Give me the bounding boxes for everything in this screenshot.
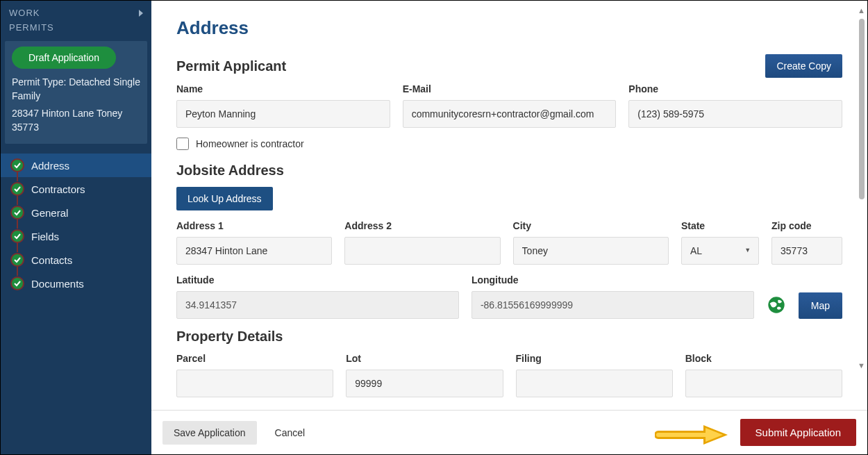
state-label: State — [681, 220, 759, 231]
phone-label: Phone — [628, 83, 842, 94]
parcel-label: Parcel — [176, 353, 333, 364]
step-label: Address — [31, 160, 69, 172]
main-content: ▲ Address Permit Applicant Create Copy N… — [151, 1, 867, 454]
submit-application-button[interactable]: Submit Application — [740, 419, 856, 446]
step-documents[interactable]: Documents — [1, 272, 151, 295]
parcel-input[interactable] — [176, 370, 333, 397]
lot-input[interactable] — [346, 370, 503, 397]
addr1-input[interactable] — [176, 237, 332, 265]
lat-input[interactable] — [176, 291, 459, 319]
check-circle-icon — [10, 253, 24, 267]
check-circle-icon — [10, 158, 24, 172]
sidebar-header: WORK PERMITS — [1, 1, 151, 37]
map-button[interactable]: Map — [799, 292, 842, 319]
zip-input[interactable] — [771, 237, 842, 265]
name-input[interactable] — [176, 100, 390, 128]
steps-nav: Address Contractors General Fields Conta… — [1, 154, 151, 295]
create-copy-button[interactable]: Create Copy — [765, 54, 842, 78]
zip-label: Zip code — [771, 220, 842, 231]
lon-label: Longitude — [471, 274, 754, 286]
block-label: Block — [685, 353, 842, 364]
name-label: Name — [176, 83, 390, 94]
step-general[interactable]: General — [1, 201, 151, 224]
step-contractors[interactable]: Contractors — [1, 177, 151, 201]
step-fields[interactable]: Fields — [1, 224, 151, 248]
globe-icon[interactable] — [767, 295, 786, 315]
filing-label: Filing — [516, 353, 673, 364]
step-label: Contacts — [31, 254, 72, 266]
state-select[interactable]: AL — [681, 237, 759, 265]
email-input[interactable] — [403, 100, 617, 128]
scroll-down-icon[interactable]: ▼ — [858, 361, 865, 370]
sidebar-permits-label: PERMITS — [9, 22, 143, 33]
step-label: General — [31, 207, 68, 219]
permit-address-text: 28347 Hinton Lane Toney 35773 — [12, 107, 140, 134]
step-label: Documents — [31, 278, 84, 290]
addr2-label: Address 2 — [344, 220, 500, 231]
check-circle-icon — [10, 229, 24, 243]
permit-info-panel: Draft Application Permit Type: Detached … — [5, 41, 147, 144]
scroll-up-icon[interactable]: ▲ — [858, 6, 865, 15]
sidebar: WORK PERMITS Draft Application Permit Ty… — [1, 1, 151, 454]
permit-applicant-heading: Permit Applicant — [176, 58, 286, 74]
homeowner-checkbox[interactable] — [176, 138, 189, 150]
step-label: Contractors — [31, 183, 85, 195]
caret-right-icon[interactable] — [139, 10, 143, 17]
step-address[interactable]: Address — [1, 154, 151, 177]
permit-type-text: Permit Type: Detached Single Family — [12, 76, 140, 103]
check-circle-icon — [10, 276, 24, 290]
step-contacts[interactable]: Contacts — [1, 248, 151, 272]
homeowner-label: Homeowner is contractor — [196, 138, 304, 149]
addr1-label: Address 1 — [176, 220, 332, 231]
sidebar-work-label: WORK — [9, 8, 40, 18]
footer-bar: Save Application Cancel Submit Applicati… — [151, 410, 867, 454]
scrollbar-thumb[interactable] — [859, 19, 865, 199]
city-label: City — [513, 220, 669, 231]
phone-input[interactable] — [628, 100, 842, 128]
filing-input[interactable] — [516, 370, 673, 397]
lot-label: Lot — [346, 353, 503, 364]
property-heading: Property Details — [176, 329, 842, 345]
lookup-address-button[interactable]: Look Up Address — [176, 187, 273, 210]
check-circle-icon — [10, 182, 24, 196]
lon-input[interactable] — [471, 291, 754, 319]
jobsite-heading: Jobsite Address — [176, 163, 842, 179]
addr2-input[interactable] — [344, 237, 500, 265]
block-input[interactable] — [685, 370, 842, 397]
check-circle-icon — [10, 206, 24, 220]
draft-application-badge: Draft Application — [12, 47, 116, 69]
step-label: Fields — [31, 231, 59, 242]
lat-label: Latitude — [176, 274, 459, 286]
email-label: E-Mail — [403, 83, 617, 94]
page-title: Address — [176, 17, 842, 39]
save-application-button[interactable]: Save Application — [162, 421, 257, 445]
city-input[interactable] — [513, 237, 669, 265]
cancel-button[interactable]: Cancel — [264, 421, 317, 445]
